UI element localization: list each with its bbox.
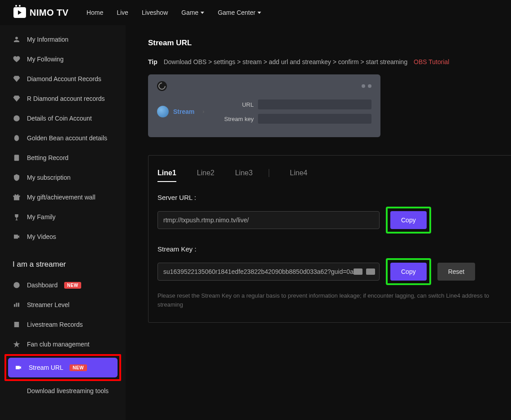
tip-label: Tip	[148, 58, 157, 65]
sidebar-item-my-information[interactable]: My Information	[0, 30, 126, 49]
sidebar-item-label: My Family	[27, 213, 56, 221]
eye-icon[interactable]	[354, 268, 363, 275]
svg-point-1	[14, 135, 19, 141]
sidebar-item-dashboard[interactable]: Dashboard NEW	[0, 275, 126, 295]
reset-stream-key-button[interactable]: Reset	[437, 263, 476, 281]
obs-key-input	[258, 114, 371, 124]
sidebar-item-livestream-records[interactable]: Livestream Records	[0, 315, 126, 334]
nav-home-label: Home	[87, 9, 103, 16]
nav-home[interactable]: Home	[87, 9, 103, 16]
nav-liveshow[interactable]: Liveshow	[142, 9, 168, 16]
nav-game-center-label: Game Center	[218, 9, 255, 16]
gift-icon	[13, 193, 21, 201]
sidebar-item-label: Golden Bean account details	[27, 134, 107, 142]
coin-icon	[13, 114, 21, 122]
sidebar-item-label: Betting Record	[27, 154, 69, 161]
qr-icon[interactable]	[366, 268, 375, 275]
chevron-down-icon	[201, 12, 204, 14]
sidebar-item-streamer-level[interactable]: Streamer Level	[0, 295, 126, 315]
shield-icon	[13, 173, 21, 182]
sidebar-item-label: Streamer Level	[27, 301, 70, 308]
sidebar-item-stream-url[interactable]: Stream URL NEW	[8, 358, 118, 377]
diamond-icon	[13, 75, 21, 83]
chevron-right-icon: ›	[202, 108, 204, 115]
sidebar-item-my-family[interactable]: My Family	[0, 207, 126, 227]
tab-line4[interactable]: Line4	[290, 165, 307, 182]
sidebar-item-label: My Information	[27, 36, 69, 43]
server-url-label: Server URL :	[157, 194, 493, 201]
tab-line3[interactable]: Line3	[235, 165, 253, 182]
tip-row: Tip Download OBS > settings > stream > a…	[148, 58, 511, 65]
tip-text: Download OBS > settings > stream > add u…	[164, 58, 408, 65]
obs-tutorial-link[interactable]: OBS Tutorial	[414, 58, 449, 65]
user-icon	[13, 35, 21, 43]
new-badge: NEW	[64, 282, 82, 289]
sidebar-item-label: My gift/achievement wall	[27, 194, 96, 201]
sidebar-item-label: My Following	[27, 56, 64, 63]
sidebar-item-betting-record[interactable]: Betting Record	[0, 148, 126, 168]
chevron-down-icon	[258, 12, 261, 14]
new-badge: NEW	[70, 364, 87, 371]
stream-key-input[interactable]: su1639522135060r1841edfe23822b42090bb885…	[157, 263, 380, 281]
nav-live-label: Live	[117, 9, 128, 16]
sidebar-item-golden-bean[interactable]: Golden Bean account details	[0, 128, 126, 148]
clipboard-icon	[13, 154, 21, 162]
obs-logo-icon	[157, 81, 167, 91]
stream-key-hint: Please reset the Stream Key on a regular…	[157, 291, 493, 309]
page-title: Stream URL	[148, 39, 511, 48]
fan-icon	[13, 340, 21, 348]
sidebar-item-label: R Diamond account records	[27, 95, 105, 102]
tab-divider	[269, 169, 269, 177]
copy-server-url-button[interactable]: Copy	[390, 211, 427, 229]
sidebar-item-label: My Videos	[27, 233, 56, 240]
highlight-copy-stream-key: Copy	[386, 258, 431, 285]
sidebar-item-gift-wall[interactable]: My gift/achievement wall	[0, 187, 126, 207]
sidebar-item-label: Download livestreaming tools	[27, 387, 109, 395]
main-content: Stream URL Tip Download OBS > settings >…	[126, 25, 511, 420]
globe-icon	[157, 106, 169, 117]
brand-name: NIMO TV	[30, 8, 69, 18]
level-icon	[13, 301, 21, 309]
sidebar-item-download-tools[interactable]: Download livestreaming tools	[0, 381, 126, 401]
sidebar-item-label: Diamond Account Records	[27, 75, 101, 82]
video-icon	[13, 233, 21, 241]
sidebar-item-label: Stream URL	[29, 364, 63, 371]
server-url-input[interactable]: rtmp://txpush.rtmp.nimo.tv/live/	[157, 211, 380, 229]
stream-config-panel: Line1 Line2 Line3 Line4 Server URL : rtm…	[148, 155, 511, 323]
nav-live[interactable]: Live	[117, 9, 128, 16]
highlight-copy-server-url: Copy	[386, 207, 431, 234]
sidebar-item-my-following[interactable]: My Following	[0, 49, 126, 69]
camera-icon	[14, 364, 22, 372]
sidebar: My Information My Following Diamond Acco…	[0, 25, 126, 420]
top-navbar: NIMO TV Home Live Liveshow Game Game Cen…	[0, 0, 511, 25]
nav-game-center[interactable]: Game Center	[218, 9, 261, 16]
dashboard-icon	[13, 281, 21, 289]
trophy-icon	[13, 213, 21, 221]
sidebar-item-coin-account[interactable]: Details of Coin Account	[0, 108, 126, 128]
tab-line1[interactable]: Line1	[157, 165, 176, 182]
highlight-stream-url: Stream URL NEW	[4, 354, 121, 381]
tab-line2[interactable]: Line2	[197, 165, 214, 182]
nav-game[interactable]: Game	[181, 9, 204, 16]
nav-game-label: Game	[181, 9, 198, 16]
sidebar-item-subscription[interactable]: My subscription	[0, 168, 126, 187]
sidebar-item-label: Details of Coin Account	[27, 115, 92, 122]
nav-liveshow-label: Liveshow	[142, 9, 168, 16]
sidebar-item-fan-club[interactable]: Fan club management	[0, 334, 126, 354]
sidebar-item-diamond-records[interactable]: Diamond Account Records	[0, 69, 126, 89]
obs-stream-label: Stream	[173, 108, 194, 115]
sidebar-section-streamer: I am a streamer	[0, 247, 126, 275]
obs-url-input	[258, 100, 371, 109]
sidebar-item-label: My subscription	[27, 174, 70, 181]
sidebar-item-r-diamond-records[interactable]: R Diamond account records	[0, 89, 126, 108]
download-icon	[13, 387, 21, 395]
logo-icon	[13, 7, 26, 18]
brand-logo[interactable]: NIMO TV	[13, 7, 69, 18]
obs-url-label: URL	[218, 101, 253, 108]
sidebar-item-label: Dashboard	[27, 281, 58, 289]
records-icon	[13, 320, 21, 329]
sidebar-item-my-videos[interactable]: My Videos	[0, 227, 126, 247]
copy-stream-key-button[interactable]: Copy	[390, 263, 427, 281]
obs-preview: Stream › URL Stream key	[148, 74, 380, 137]
main-nav: Home Live Liveshow Game Game Center	[87, 9, 262, 16]
